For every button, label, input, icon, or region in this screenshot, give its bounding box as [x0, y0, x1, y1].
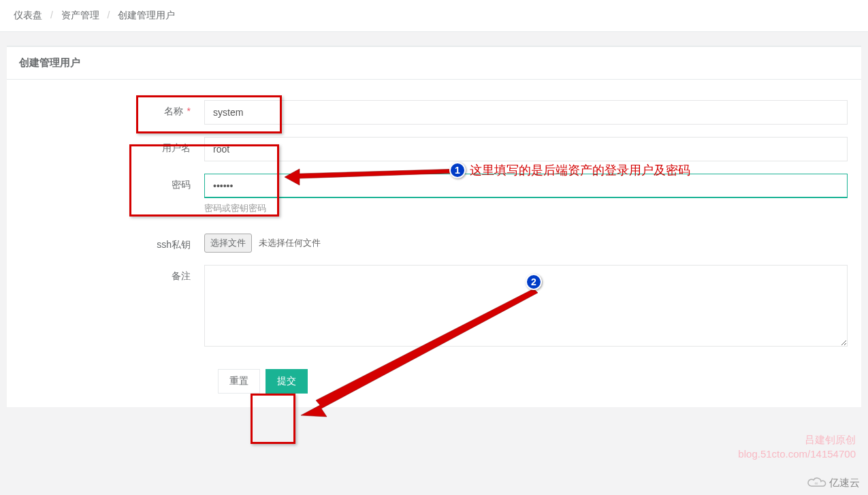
- submit-button[interactable]: 提交: [266, 369, 308, 394]
- label-username: 用户名: [20, 137, 204, 155]
- breadcrumb-current: 创建管理用户: [118, 10, 175, 20]
- breadcrumb-sep: /: [50, 10, 53, 20]
- form-panel: 创建管理用户 名称 * 用户名 密码 密码或密钥密码: [7, 46, 861, 407]
- watermark-brand: ∞ 亿速云: [806, 476, 860, 490]
- watermark-brand-text: 亿速云: [829, 477, 860, 490]
- required-asterisk: *: [187, 106, 191, 116]
- password-help-text: 密码或密钥密码: [204, 202, 848, 214]
- textarea-comment[interactable]: [204, 265, 848, 347]
- breadcrumb-assets[interactable]: 资产管理: [61, 10, 99, 20]
- row-username: 用户名: [20, 137, 848, 161]
- row-comment: 备注: [20, 265, 848, 349]
- file-status-text: 未选择任何文件: [259, 238, 321, 248]
- input-username[interactable]: [204, 137, 848, 161]
- label-name: 名称 *: [20, 100, 204, 118]
- row-sshkey: ssh私钥 选择文件 未选择任何文件: [20, 234, 848, 253]
- form-area: 名称 * 用户名 密码 密码或密钥密码 ssh私钥 选: [7, 80, 861, 407]
- svg-text:∞: ∞: [815, 481, 818, 485]
- watermark-line1: 吕建钊原创: [738, 432, 856, 447]
- button-row: 重置 提交: [218, 369, 848, 394]
- input-name[interactable]: [204, 100, 848, 125]
- breadcrumb-sep: /: [108, 10, 110, 20]
- reset-button[interactable]: 重置: [218, 369, 260, 394]
- label-sshkey: ssh私钥: [20, 234, 204, 251]
- cloud-icon: ∞: [806, 476, 826, 490]
- label-comment: 备注: [20, 265, 204, 283]
- panel-title: 创建管理用户: [7, 47, 861, 80]
- watermark-line2: blog.51cto.com/14154700: [738, 447, 856, 461]
- input-password[interactable]: [204, 174, 848, 198]
- row-name: 名称 *: [20, 100, 848, 125]
- label-password: 密码: [20, 174, 204, 191]
- breadcrumb: 仪表盘 / 资产管理 / 创建管理用户: [0, 0, 868, 32]
- row-password: 密码 密码或密钥密码: [20, 174, 848, 214]
- choose-file-button[interactable]: 选择文件: [204, 234, 252, 253]
- label-name-text: 名称: [164, 106, 183, 116]
- breadcrumb-dashboard[interactable]: 仪表盘: [14, 10, 42, 20]
- watermark-author: 吕建钊原创 blog.51cto.com/14154700: [738, 432, 856, 461]
